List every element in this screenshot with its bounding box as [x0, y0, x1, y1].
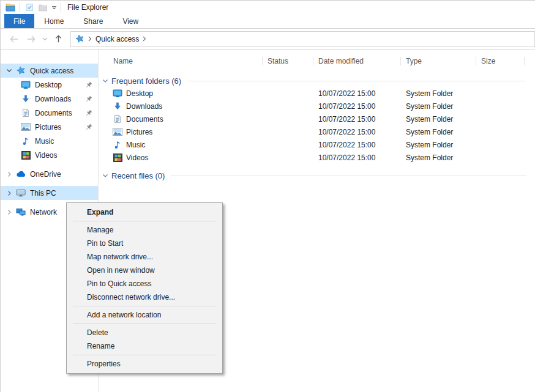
chevron-collapsed-icon[interactable]: [4, 171, 14, 177]
chevron-expanded-icon[interactable]: [4, 68, 14, 73]
chevron-collapsed-icon[interactable]: [4, 190, 14, 196]
tab-home[interactable]: Home: [34, 14, 73, 28]
column-header-name[interactable]: Name: [99, 53, 263, 69]
menu-separator: [73, 355, 216, 355]
file-type: System Folder: [401, 89, 476, 98]
recent-locations-chevron-icon[interactable]: [40, 31, 50, 47]
back-icon[interactable]: [6, 31, 23, 47]
properties-icon[interactable]: [24, 2, 35, 12]
up-icon[interactable]: [50, 31, 67, 47]
menu-item-expand[interactable]: Expand: [67, 205, 222, 219]
downloads-icon: [113, 102, 122, 111]
address-bar[interactable]: Quick access: [70, 31, 535, 47]
file-row-pictures[interactable]: Pictures 10/07/2022 15:00 System Folder: [99, 125, 535, 138]
menu-item-disconnect-network-drive[interactable]: Disconnect network drive...: [67, 290, 222, 304]
sidebar-item-music[interactable]: Music: [1, 134, 98, 148]
sidebar-item-downloads[interactable]: Downloads: [1, 92, 98, 106]
menu-item-properties[interactable]: Properties: [67, 357, 222, 371]
file-row-desktop[interactable]: Desktop 10/07/2022 15:00 System Folder: [99, 87, 535, 100]
menu-separator: [73, 221, 216, 221]
menu-item-delete[interactable]: Delete: [67, 326, 222, 339]
file-explorer-window: File Explorer File Home Share View: [0, 0, 535, 392]
sidebar-item-label: Quick access: [30, 67, 73, 75]
pin-icon: [85, 81, 93, 89]
column-header-type[interactable]: Type: [401, 53, 476, 69]
tab-file[interactable]: File: [4, 14, 34, 28]
sidebar-item-label: Documents: [35, 109, 72, 117]
sidebar-item-documents[interactable]: Documents: [1, 106, 98, 120]
breadcrumb-chevron-icon[interactable]: [143, 36, 146, 42]
file-date-modified: 10/07/2022 15:00: [313, 102, 401, 111]
file-name: Pictures: [126, 128, 152, 136]
group-header-rule: [171, 176, 526, 176]
sidebar-item-desktop[interactable]: Desktop: [1, 78, 98, 92]
sidebar-item-label: Downloads: [35, 95, 71, 103]
menu-item-map-network-drive[interactable]: Map network drive...: [67, 250, 222, 264]
pictures-icon: [113, 127, 122, 137]
file-date-modified: 10/07/2022 15:00: [313, 89, 401, 98]
breadcrumb-location[interactable]: Quick access: [95, 35, 139, 43]
file-row-downloads[interactable]: Downloads 10/07/2022 15:00 System Folder: [99, 100, 535, 113]
title-bar: File Explorer: [1, 1, 535, 14]
menu-item-open-in-new-window[interactable]: Open in new window: [67, 264, 222, 277]
chevron-expanded-icon[interactable]: [102, 78, 108, 84]
file-name: Downloads: [126, 102, 162, 111]
new-folder-icon[interactable]: [37, 2, 48, 12]
pin-icon: [85, 109, 93, 117]
music-icon: [21, 136, 31, 146]
column-header-size[interactable]: Size: [476, 53, 525, 69]
column-header-status[interactable]: Status: [263, 53, 313, 69]
sidebar-item-label: This PC: [30, 189, 56, 198]
window-title: File Explorer: [67, 3, 108, 12]
column-header-date-modified[interactable]: Date modified: [313, 53, 401, 69]
desktop-icon: [21, 80, 31, 90]
qat-separator: [61, 3, 61, 12]
file-type: System Folder: [401, 115, 476, 124]
sidebar-item-label: Videos: [35, 151, 57, 160]
videos-icon: [113, 153, 122, 163]
documents-icon: [21, 108, 31, 118]
forward-icon[interactable]: [23, 31, 40, 47]
menu-item-rename[interactable]: Rename: [67, 339, 222, 353]
sidebar-item-quick-access[interactable]: Quick access: [1, 64, 98, 78]
file-row-music[interactable]: Music 10/07/2022 15:00 System Folder: [99, 138, 535, 151]
sidebar-item-videos[interactable]: Videos: [1, 148, 98, 162]
file-date-modified: 10/07/2022 15:00: [313, 128, 401, 136]
group-header-label: Recent files (0): [111, 171, 165, 180]
downloads-icon: [21, 94, 31, 104]
sidebar-item-label: Music: [35, 137, 54, 146]
file-row-videos[interactable]: Videos 10/07/2022 15:00 System Folder: [99, 151, 535, 164]
documents-icon: [113, 114, 122, 124]
customize-qat-chevron-icon[interactable]: [50, 2, 58, 12]
sidebar-item-onedrive[interactable]: OneDrive: [1, 167, 98, 181]
breadcrumb-chevron-icon[interactable]: [88, 36, 92, 42]
file-name: Documents: [126, 115, 163, 124]
menu-item-pin-to-quick-access[interactable]: Pin to Quick access: [67, 277, 222, 290]
file-type: System Folder: [401, 102, 476, 111]
sidebar-item-label: Network: [30, 208, 57, 216]
file-date-modified: 10/07/2022 15:00: [313, 115, 401, 124]
qat-separator: [20, 3, 20, 12]
menu-item-manage[interactable]: Manage: [67, 223, 222, 237]
file-row-documents[interactable]: Documents 10/07/2022 15:00 System Folder: [99, 113, 535, 125]
sidebar-item-pictures[interactable]: Pictures: [1, 120, 98, 134]
sidebar-item-label: Desktop: [35, 81, 62, 89]
file-type: System Folder: [401, 153, 476, 162]
ribbon-tab-bar: File Home Share View: [1, 14, 535, 29]
tab-share[interactable]: Share: [73, 14, 113, 28]
group-header-frequent-folders[interactable]: Frequent folders (6): [99, 75, 535, 87]
chevron-collapsed-icon[interactable]: [4, 209, 14, 215]
group-header-recent-files[interactable]: Recent files (0): [99, 169, 535, 182]
menu-item-pin-to-start[interactable]: Pin to Start: [67, 237, 222, 250]
pin-icon: [85, 123, 93, 131]
file-type: System Folder: [401, 128, 476, 136]
menu-separator: [73, 306, 216, 306]
tab-view[interactable]: View: [113, 14, 148, 28]
chevron-expanded-icon[interactable]: [102, 173, 108, 179]
file-name: Music: [126, 141, 145, 149]
music-icon: [113, 140, 122, 150]
sidebar-item-this-pc[interactable]: This PC: [1, 186, 98, 200]
menu-item-add-a-network-location[interactable]: Add a network location: [67, 308, 222, 322]
file-name: Desktop: [126, 89, 153, 98]
quick-access-star-icon: [16, 66, 26, 76]
